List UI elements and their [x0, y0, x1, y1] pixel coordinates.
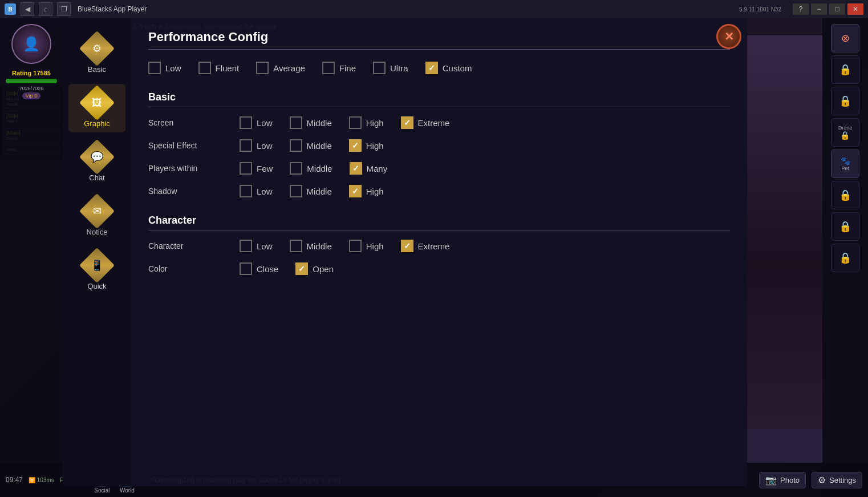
se-high[interactable]: High [349, 139, 384, 152]
perf-option-ultra[interactable]: Ultra [373, 62, 408, 74]
perf-checkbox-fluent[interactable] [198, 62, 211, 74]
char-checkbox-high[interactable] [349, 240, 362, 252]
pet-label: Pet [841, 165, 849, 171]
perf-option-custom[interactable]: Custom [425, 62, 472, 74]
minimize-button[interactable]: − [811, 3, 827, 15]
character-options: Low Middle High Extreme [240, 240, 449, 252]
color-open[interactable]: Open [295, 262, 334, 275]
screen-middle[interactable]: Middle [290, 116, 332, 129]
screen-high[interactable]: High [349, 116, 384, 129]
hp-bar [6, 79, 57, 83]
app-version: 5.9.11.1001 N32 [739, 6, 781, 13]
character-avatar: 👤 [11, 24, 51, 64]
restore-button[interactable]: □ [829, 3, 845, 15]
shadow-middle[interactable]: Middle [290, 185, 332, 197]
char-extreme[interactable]: Extreme [401, 240, 450, 252]
se-checkbox-low[interactable] [240, 139, 252, 152]
home-button[interactable]: ⌂ [39, 2, 52, 16]
app-title: BlueStacks App Player [78, 5, 739, 13]
se-low-label: Low [257, 141, 273, 151]
perf-option-fine[interactable]: Fine [322, 62, 356, 74]
screen-high-label: High [366, 118, 384, 128]
photo-button[interactable]: 📷 Photo [759, 472, 806, 488]
pw-few[interactable]: Few [240, 162, 273, 175]
perf-option-fluent[interactable]: Fluent [198, 62, 240, 74]
se-middle-label: Middle [307, 141, 332, 151]
color-close[interactable]: Close [240, 262, 278, 275]
shadow-low[interactable]: Low [240, 185, 273, 197]
screen-extreme[interactable]: Extreme [401, 116, 450, 129]
se-checkbox-high[interactable] [349, 139, 362, 152]
screen-label: Screen [148, 118, 240, 127]
graphic-nav-icon: 🖼 [83, 88, 111, 117]
special-effect-label: Special Effect [148, 141, 240, 150]
pw-middle[interactable]: Middle [290, 162, 332, 175]
shadow-checkbox-middle[interactable] [290, 185, 302, 197]
screen-row: Screen Low Middle High [148, 116, 730, 129]
perf-label-low: Low [165, 63, 181, 73]
se-middle[interactable]: Middle [290, 139, 332, 152]
pw-checkbox-few[interactable] [240, 162, 252, 175]
nav-item-basic[interactable]: ⚙ Basic [68, 30, 125, 78]
pw-checkbox-many[interactable] [350, 162, 362, 175]
nav-item-quick[interactable]: 📱 Quick [68, 247, 125, 295]
color-checkbox-open[interactable] [295, 262, 308, 275]
se-high-label: High [366, 141, 384, 151]
right-panel-locked-3: Drone 🔒 [831, 118, 859, 147]
help-button[interactable]: ? [793, 3, 809, 15]
basic-section-title: Basic [148, 91, 730, 107]
perf-checkbox-custom[interactable] [425, 62, 438, 74]
screen-checkbox-high[interactable] [349, 116, 362, 129]
char-checkbox-low[interactable] [240, 240, 252, 252]
screen-low[interactable]: Low [240, 116, 273, 129]
shadow-checkbox-low[interactable] [240, 185, 252, 197]
pw-many[interactable]: Many [350, 162, 388, 175]
copy-button[interactable]: ❐ [57, 2, 71, 16]
color-checkbox-close[interactable] [240, 262, 252, 275]
settings-icon: ⚙ [818, 475, 826, 486]
notice-nav-label: Notice [87, 228, 108, 236]
char-middle[interactable]: Middle [290, 240, 332, 252]
close-panel-button[interactable]: ✕ [716, 24, 741, 49]
close-window-button[interactable]: ✕ [847, 3, 863, 15]
nav-item-chat[interactable]: 💬 Chat [68, 138, 125, 187]
perf-option-low[interactable]: Low [148, 62, 181, 74]
right-panel-locked-1: 🔒 [831, 55, 859, 84]
nav-item-notice[interactable]: ✉ Notice [68, 192, 125, 241]
character-row-label: Character [148, 241, 240, 250]
perf-checkbox-average[interactable] [256, 62, 269, 74]
se-checkbox-middle[interactable] [290, 139, 302, 152]
screen-options: Low Middle High Extreme [240, 116, 449, 129]
right-panel-close[interactable]: ⊗ [831, 24, 859, 52]
screen-extreme-label: Extreme [418, 118, 450, 128]
back-button[interactable]: ◀ [21, 2, 34, 16]
char-checkbox-middle[interactable] [290, 240, 302, 252]
time-display: 09:47 [6, 476, 23, 484]
right-panel-pet[interactable]: 🐾 Pet [831, 149, 859, 178]
perf-option-average[interactable]: Average [256, 62, 305, 74]
graphic-nav-label: Graphic [84, 119, 110, 128]
char-high[interactable]: High [349, 240, 384, 252]
perf-label-fine: Fine [339, 63, 356, 73]
pet-icon: 🐾 [841, 156, 850, 165]
char-checkbox-extreme[interactable] [401, 240, 413, 252]
character-rating: Rating 17585 [0, 70, 63, 76]
screen-checkbox-low[interactable] [240, 116, 252, 129]
chat-nav-label: Chat [89, 173, 104, 182]
se-low[interactable]: Low [240, 139, 273, 152]
screen-checkbox-middle[interactable] [290, 116, 302, 129]
shadow-row: Shadow Low Middle High [148, 185, 730, 197]
signal-info: 🛜 103ms [29, 477, 54, 483]
perf-checkbox-fine[interactable] [322, 62, 335, 74]
settings-button[interactable]: ⚙ Settings [812, 472, 862, 488]
shadow-checkbox-high[interactable] [349, 185, 362, 197]
screen-checkbox-extreme[interactable] [401, 116, 413, 129]
settings-label: Settings [829, 476, 856, 484]
settings-nav: ⚙ Basic 🖼 Graphic 💬 Chat [63, 18, 131, 486]
shadow-high[interactable]: High [349, 185, 384, 197]
pw-checkbox-middle[interactable] [290, 162, 302, 175]
perf-checkbox-ultra[interactable] [373, 62, 386, 74]
nav-item-graphic[interactable]: 🖼 Graphic [68, 84, 125, 132]
char-low[interactable]: Low [240, 240, 273, 252]
perf-checkbox-low[interactable] [148, 62, 161, 74]
